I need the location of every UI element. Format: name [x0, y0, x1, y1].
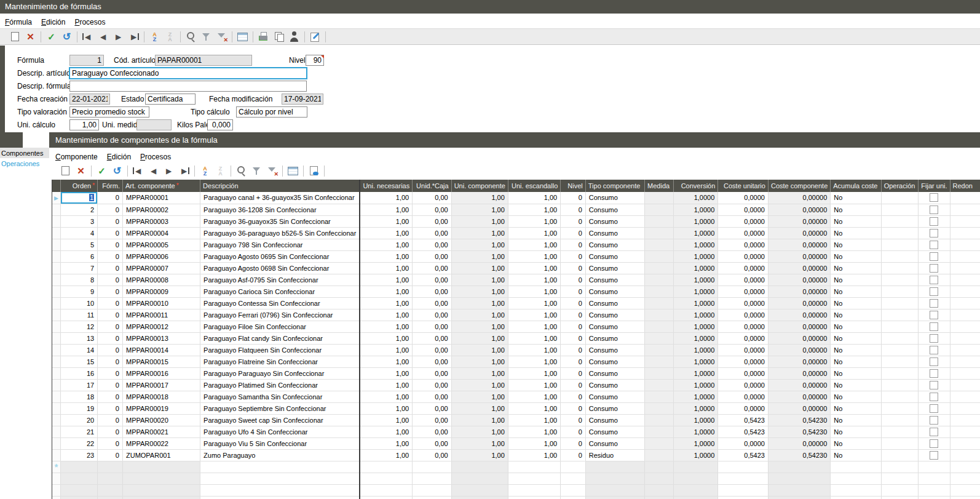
cell-nivel[interactable]: 0 — [561, 367, 586, 379]
cell-nivel[interactable]: 0 — [561, 309, 586, 321]
cell-conversion[interactable]: 1,0000 — [674, 309, 718, 321]
cell-desc[interactable]: Paraguayo Carioca Sin Confeccionar — [200, 285, 360, 297]
cell-form[interactable]: 0 — [98, 402, 123, 414]
fecha-modificacion-field[interactable] — [282, 94, 323, 105]
cell-acumula[interactable]: No — [831, 321, 881, 332]
cell-medida[interactable] — [645, 239, 674, 250]
edit-note-icon[interactable] — [307, 30, 323, 44]
cell-art[interactable]: MPPAR00003 — [122, 215, 200, 227]
menu-item-edicion[interactable]: Edición — [41, 18, 65, 26]
cell-uni_esc[interactable]: 1,00 — [508, 239, 560, 250]
table-row[interactable]: 60MPPAR00006Paraguayo Agosto 0695 Sin Co… — [52, 250, 980, 262]
cell-unid_caja[interactable]: 0,00 — [413, 227, 451, 239]
cell-uni_nec[interactable]: 1,00 — [360, 204, 412, 215]
grid-view-icon[interactable] — [235, 30, 250, 44]
row-selector[interactable] — [52, 215, 60, 227]
cell-desc[interactable]: Paraguayo Paraguayo Sin Confeccionar — [200, 367, 360, 379]
fijar-uni-checkbox[interactable] — [930, 393, 938, 401]
cell-fijar[interactable] — [919, 391, 950, 402]
cell-medida[interactable] — [645, 356, 674, 367]
cell-coste_unit[interactable]: 0,0000 — [718, 297, 769, 309]
cell-orden[interactable]: 18 — [60, 391, 97, 402]
cell-form[interactable]: 0 — [98, 309, 123, 321]
cell-art[interactable]: MPPAR00015 — [122, 356, 200, 367]
cell-art[interactable]: MPPAR00010 — [122, 297, 200, 309]
cell-uni_comp[interactable]: 1,00 — [451, 391, 508, 402]
fijar-uni-checkbox[interactable] — [930, 276, 938, 284]
cell-uni_comp[interactable]: 1,00 — [451, 285, 508, 297]
cell-uni_comp[interactable]: 1,00 — [451, 437, 508, 449]
cell-coste_unit[interactable]: 0,0000 — [718, 285, 769, 297]
cell-operacion[interactable] — [881, 414, 919, 426]
cell-coste_unit[interactable]: 0,0000 — [718, 332, 769, 344]
cell-conversion[interactable]: 1,0000 — [674, 321, 718, 332]
cell-uni_esc[interactable]: 1,00 — [508, 192, 560, 204]
cell-coste_comp[interactable]: 0,00000 — [768, 227, 830, 239]
row-selector[interactable] — [52, 285, 60, 297]
menu-item-formula[interactable]: Fórmula — [5, 18, 32, 26]
cell-coste_comp[interactable]: 0,00000 — [768, 309, 830, 321]
table-row[interactable]: 210MPPAR00021Paraguayo Ufo 4 Sin Confecc… — [52, 426, 980, 437]
cell-coste_unit[interactable]: 0,0000 — [718, 437, 769, 449]
new-document-icon[interactable] — [7, 30, 23, 44]
cell-uni_comp[interactable]: 1,00 — [451, 262, 508, 274]
cell-redon[interactable] — [950, 262, 980, 274]
cell-uni_comp[interactable]: 1,00 — [451, 367, 508, 379]
cell-unid_caja[interactable]: 0,00 — [413, 285, 451, 297]
cell-medida[interactable] — [645, 367, 674, 379]
cell-form[interactable]: 0 — [98, 449, 123, 461]
menu-item-edicion[interactable]: Edición — [107, 153, 131, 161]
cell-uni_comp[interactable]: 1,00 — [451, 449, 508, 461]
cell-uni_comp[interactable]: 1,00 — [451, 402, 508, 414]
fijar-uni-checkbox[interactable] — [930, 264, 938, 273]
column-header-tipo[interactable]: Tipo componente — [585, 180, 644, 192]
cell-uni_nec[interactable]: 1,00 — [360, 274, 412, 285]
cell-medida[interactable] — [645, 437, 674, 449]
confirm-icon[interactable] — [44, 30, 59, 44]
cell-uni_nec[interactable]: 1,00 — [360, 402, 412, 414]
cell-unid_caja[interactable]: 0,00 — [413, 379, 451, 391]
cell-uni_nec[interactable]: 1,00 — [360, 192, 412, 204]
cell-uni_nec[interactable]: 1,00 — [360, 227, 412, 239]
cell-uni_esc[interactable]: 1,00 — [508, 309, 560, 321]
cell-art[interactable]: MPPAR00002 — [122, 204, 200, 215]
cell-form[interactable]: 0 — [98, 239, 123, 250]
cell-orden[interactable]: 20 — [60, 414, 97, 426]
cell-uni_esc[interactable]: 1,00 — [508, 262, 560, 274]
cell-redon[interactable] — [950, 402, 980, 414]
row-selector[interactable] — [52, 402, 60, 414]
cell-operacion[interactable] — [881, 402, 919, 414]
cell-coste_comp[interactable]: 0,00000 — [768, 285, 830, 297]
cell-redon[interactable] — [950, 274, 980, 285]
cell-fijar[interactable] — [919, 309, 950, 321]
cell-fijar[interactable] — [919, 321, 950, 332]
cell-orden[interactable]: 13 — [60, 332, 97, 344]
cell-operacion[interactable] — [881, 321, 919, 332]
column-header-coste_comp[interactable]: Coste componente — [768, 180, 830, 192]
table-row[interactable]: 180MPPAR00018Paraguayo Samantha Sin Conf… — [52, 391, 980, 402]
cell-uni_comp[interactable]: 1,00 — [451, 204, 508, 215]
cell-unid_caja[interactable]: 0,00 — [413, 391, 451, 402]
cell-unid_caja[interactable]: 0,00 — [413, 426, 451, 437]
row-selector[interactable]: * — [52, 461, 60, 473]
cell-orden[interactable]: 3 — [60, 215, 97, 227]
cell-redon[interactable] — [950, 414, 980, 426]
cell-tipo[interactable]: Consumo — [585, 332, 644, 344]
column-header-uni_comp[interactable]: Uni. componente — [451, 180, 508, 192]
cell-form[interactable]: 0 — [98, 332, 123, 344]
cell-conversion[interactable]: 1,0000 — [674, 391, 718, 402]
nav-last-icon[interactable] — [126, 30, 141, 44]
cell-conversion[interactable]: 1,0000 — [674, 332, 718, 344]
cell-tipo[interactable]: Consumo — [585, 239, 644, 250]
cell-medida[interactable] — [645, 426, 674, 437]
cell-art[interactable]: MPPAR00005 — [122, 239, 200, 250]
cell-fijar[interactable] — [919, 379, 950, 391]
sort-asc-icon[interactable] — [147, 30, 162, 44]
sidebar-item-componentes[interactable]: Componentes — [0, 148, 49, 158]
cell-art[interactable]: MPPAR00017 — [122, 379, 200, 391]
cell-nivel[interactable]: 0 — [561, 379, 586, 391]
cell-uni_nec[interactable]: 1,00 — [360, 426, 412, 437]
confirm-icon[interactable] — [94, 164, 109, 178]
menu-item-procesos[interactable]: Procesos — [140, 153, 171, 161]
cell-uni_comp[interactable]: 1,00 — [451, 426, 508, 437]
